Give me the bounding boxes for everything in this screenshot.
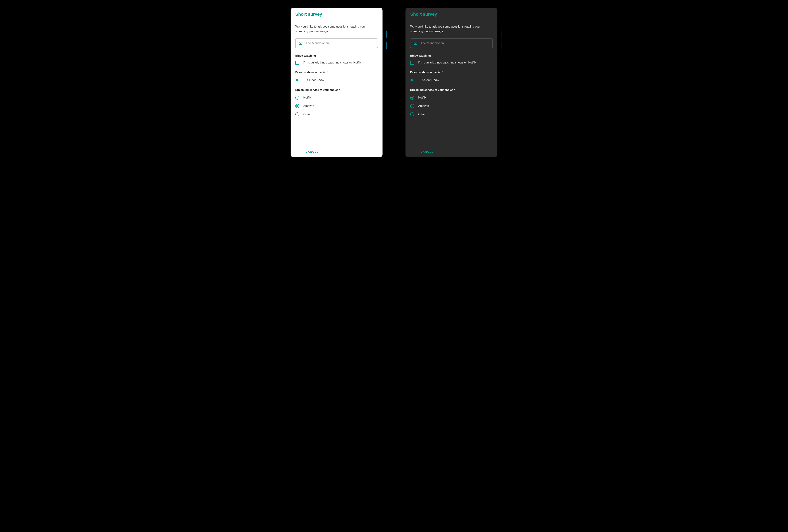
radio-other[interactable] (410, 112, 414, 116)
radio-label: Netflix (303, 95, 311, 100)
radio-netflix[interactable] (410, 96, 414, 100)
dialog-header: Short survey (406, 8, 497, 20)
phone-frame-light: Short survey We would like to ask you so… (287, 4, 386, 157)
radio-option-other[interactable]: Other (295, 112, 378, 117)
phone-frame-dark: Short survey We would like to ask you so… (402, 4, 501, 157)
radio-label: Amazon (303, 104, 314, 108)
favorite-show-select[interactable]: Select Show (295, 78, 378, 82)
dialog-header: Short survey (291, 8, 382, 20)
binge-checkbox-row[interactable]: I'm regularly binge watching shows on Ne… (410, 60, 493, 65)
radio-label: Other (303, 112, 311, 117)
radio-amazon[interactable] (410, 104, 414, 108)
intro-text: We would like to ask you some questions … (410, 24, 493, 34)
mail-icon (413, 41, 418, 45)
select-value: Select Show (418, 78, 485, 82)
binge-checkbox[interactable] (410, 61, 414, 65)
phone-side-button (386, 42, 387, 49)
binge-checkbox-row[interactable]: I'm regularly binge watching shows on Ne… (295, 60, 378, 65)
radio-netflix[interactable] (295, 96, 299, 100)
chevron-down-icon (489, 79, 492, 81)
radio-option-netflix[interactable]: Netflix (295, 95, 378, 100)
dialog-title: Short survey (295, 12, 378, 17)
dialog-footer: CANCEL (291, 146, 382, 157)
radio-option-amazon[interactable]: Amazon (410, 104, 493, 108)
dialog-footer: CANCEL (406, 146, 497, 157)
favorite-section-label: Favorite show in the list * (295, 71, 378, 74)
radio-option-other[interactable]: Other (410, 112, 493, 117)
binge-checkbox[interactable] (295, 61, 299, 65)
favorite-section-label: Favorite show in the list * (410, 71, 493, 74)
cancel-button[interactable]: CANCEL (295, 150, 319, 153)
favorite-show-select[interactable]: Select Show (410, 78, 493, 82)
binge-checkbox-label: I'm regularly binge watching shows on Ne… (303, 60, 362, 65)
dialog-body: We would like to ask you some questions … (291, 20, 382, 146)
radio-label: Other (418, 112, 426, 117)
radio-option-netflix[interactable]: Netflix (410, 95, 493, 100)
service-section-label: Streaming service of your choice * (410, 88, 493, 92)
show-input-field[interactable] (410, 38, 493, 48)
chevron-down-icon (374, 79, 377, 81)
binge-checkbox-label: I'm regularly binge watching shows on Ne… (418, 60, 477, 65)
phone-side-button (386, 31, 387, 38)
intro-text: We would like to ask you some questions … (295, 24, 378, 34)
radio-other[interactable] (295, 112, 299, 116)
binge-section-label: Binge Watching (295, 54, 378, 57)
radio-amazon[interactable] (295, 104, 299, 108)
radio-option-amazon[interactable]: Amazon (295, 104, 378, 108)
select-value: Select Show (303, 78, 370, 82)
service-section-label: Streaming service of your choice * (295, 88, 378, 92)
binge-section-label: Binge Watching (410, 54, 493, 57)
survey-dialog: Short survey We would like to ask you so… (291, 8, 382, 157)
show-input-field[interactable] (295, 38, 378, 48)
show-input[interactable] (421, 41, 490, 45)
dialog-body: We would like to ask you some questions … (406, 20, 497, 146)
send-icon (410, 78, 414, 82)
dialog-title: Short survey (410, 12, 493, 17)
survey-dialog: Short survey We would like to ask you so… (406, 8, 497, 157)
show-input[interactable] (306, 41, 375, 45)
radio-label: Amazon (418, 104, 429, 108)
send-icon (295, 78, 299, 82)
mail-icon (298, 41, 303, 45)
radio-label: Netflix (418, 95, 426, 100)
cancel-button[interactable]: CANCEL (410, 150, 434, 153)
phone-side-button (501, 31, 501, 38)
phone-side-button (501, 42, 501, 49)
